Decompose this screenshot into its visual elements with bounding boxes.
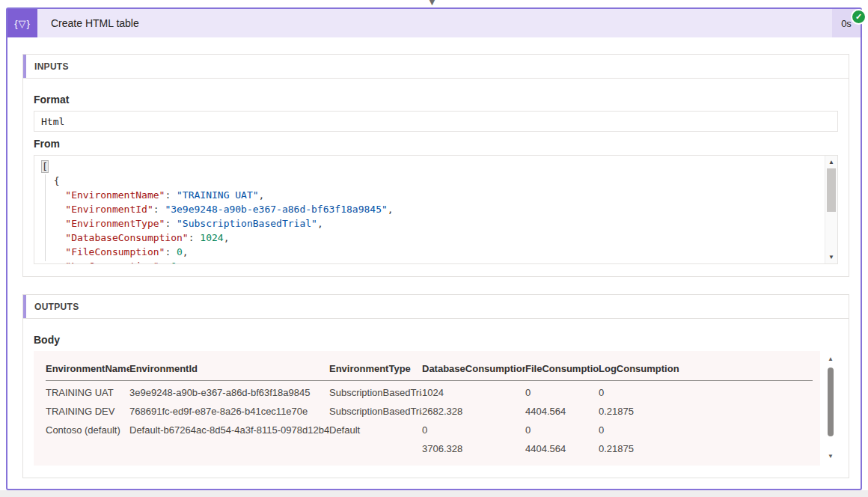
code-token: : xyxy=(189,232,201,243)
code-token: : xyxy=(153,204,165,215)
action-header[interactable]: {▽} Create HTML table 0s xyxy=(7,9,861,37)
outputs-section-body: Body EnvironmentNameEnvironmentIdEnviron… xyxy=(23,319,849,478)
scrollbar-up-icon[interactable]: ▲ xyxy=(825,356,837,362)
table-cell: 0 xyxy=(525,381,599,403)
code-token: : xyxy=(165,189,177,201)
page-background-strip xyxy=(0,490,868,497)
code-line: "LogConsumption": 0 xyxy=(42,259,819,264)
table-cell: 3706.328 xyxy=(422,439,525,458)
code-token: "DatabaseConsumption" xyxy=(65,232,188,243)
code-token: "FileConsumption" xyxy=(65,246,165,257)
code-line: "EnvironmentName": "TRAINING UAT", xyxy=(42,188,819,202)
code-token: "EnvironmentId" xyxy=(65,204,153,215)
outputs-section-header: OUTPUTS xyxy=(23,295,849,319)
inputs-section-header: INPUTS xyxy=(23,55,849,79)
table-cell: 4404.564 xyxy=(525,439,599,458)
code-token: : xyxy=(165,218,177,229)
table-cell: Contoso (default) xyxy=(46,421,129,439)
scrollbar-thumb[interactable] xyxy=(828,368,834,436)
scrollbar-thumb[interactable] xyxy=(827,168,836,212)
table-cell: SubscriptionBasedTrial xyxy=(329,402,422,421)
table-cell: 1024 xyxy=(422,381,525,403)
output-table-wrap: EnvironmentNameEnvironmentIdEnvironmentT… xyxy=(34,351,838,466)
from-code-lines: [ { "EnvironmentName": "TRAINING UAT", "… xyxy=(34,156,837,264)
table-cell: TRAINING DEV xyxy=(46,402,129,421)
code-line: "EnvironmentId": "3e9e9248-a90b-e367-a86… xyxy=(42,202,819,216)
table-cell: 0.21875 xyxy=(599,402,813,421)
format-value: Html xyxy=(41,116,64,127)
table-row: 3706.3284404.5640.21875 xyxy=(46,439,813,458)
table-cell: 3e9e9248-a90b-e367-a86d-bf63f18a9845 xyxy=(129,381,329,403)
indent-guide xyxy=(45,174,46,261)
table-cell xyxy=(46,439,129,458)
code-token: : xyxy=(159,260,171,264)
section-accent-bar xyxy=(23,55,26,78)
column-header: EnvironmentName xyxy=(46,358,129,381)
outputs-section: OUTPUTS Body EnvironmentNameEnvironmentI… xyxy=(22,294,849,478)
output-table-box: EnvironmentNameEnvironmentIdEnvironmentT… xyxy=(34,351,820,466)
column-header: DatabaseConsumption xyxy=(422,358,525,381)
action-title: Create HTML table xyxy=(37,9,832,37)
action-card: {▽} Create HTML table 0s INPUTS Format H… xyxy=(6,7,862,490)
success-check-icon: ✓ xyxy=(851,9,867,25)
from-field-label: From xyxy=(34,138,838,150)
flow-connector-arrow-icon: ▼ xyxy=(427,0,438,7)
scrollbar-up-icon[interactable]: ▲ xyxy=(825,156,837,168)
table-row: Contoso (default)Default-b67264ac-8d54-4… xyxy=(46,421,813,439)
outputs-section-label: OUTPUTS xyxy=(34,302,79,312)
code-token: , xyxy=(259,189,265,201)
code-token: [ xyxy=(42,161,48,172)
code-line: [ xyxy=(42,159,819,174)
scrollbar-down-icon[interactable]: ▼ xyxy=(825,453,837,460)
table-cell xyxy=(329,439,422,458)
table-cell: 0 xyxy=(525,421,599,439)
from-scrollbar[interactable]: ▲ ▼ xyxy=(825,156,837,263)
data-operations-icon: {▽} xyxy=(7,9,37,37)
table-header-row: EnvironmentNameEnvironmentIdEnvironmentT… xyxy=(46,358,813,381)
format-value-field: Html xyxy=(34,111,838,132)
table-row: TRAINING DEV768691fc-ed9f-e87e-8a26-b41c… xyxy=(46,402,813,421)
table-cell xyxy=(129,439,329,458)
body-field-label: Body xyxy=(34,334,838,346)
table-cell: 0 xyxy=(599,421,813,439)
section-accent-bar xyxy=(23,295,26,318)
output-table-body: TRAINING UAT3e9e9248-a90b-e367-a86d-bf63… xyxy=(46,381,813,459)
table-cell: SubscriptionBasedTrial xyxy=(329,381,422,403)
output-scrollbar[interactable]: ▲ ▼ xyxy=(825,356,837,460)
output-html-table: EnvironmentNameEnvironmentIdEnvironmentT… xyxy=(46,358,813,458)
code-line: "EnvironmentType": "SubscriptionBasedTri… xyxy=(42,216,819,231)
code-token: , xyxy=(317,218,323,229)
table-cell: Default xyxy=(329,421,422,439)
table-cell: 4404.564 xyxy=(525,402,599,421)
code-line: "DatabaseConsumption": 1024, xyxy=(42,231,819,245)
table-cell: 0 xyxy=(599,381,813,403)
code-token: 1024 xyxy=(200,232,223,243)
code-token: "EnvironmentType" xyxy=(65,218,165,229)
code-token: "SubscriptionBasedTrial" xyxy=(177,218,317,229)
table-cell: TRAINING UAT xyxy=(46,381,129,403)
scrollbar-down-icon[interactable]: ▼ xyxy=(825,251,837,263)
inputs-section-body: Format Html From [ { "EnvironmentName": … xyxy=(23,79,849,276)
code-line: { xyxy=(42,174,819,188)
action-details: INPUTS Format Html From [ { "Environment… xyxy=(7,37,861,478)
table-cell: 0.21875 xyxy=(599,439,813,458)
column-header: EnvironmentType xyxy=(329,358,422,381)
code-token: "3e9e9248-a90b-e367-a86d-bf63f18a9845" xyxy=(165,204,387,215)
column-header: EnvironmentId xyxy=(129,358,329,381)
table-cell: 0 xyxy=(422,421,525,439)
code-token: , xyxy=(183,246,189,257)
code-token: , xyxy=(388,204,394,215)
table-cell: 768691fc-ed9f-e87e-8a26-b41cec11e70e xyxy=(129,402,329,421)
inputs-section: INPUTS Format Html From [ { "Environment… xyxy=(22,54,849,277)
column-header: LogConsumption xyxy=(599,358,813,381)
code-line: "FileConsumption": 0, xyxy=(42,245,819,259)
from-code-editor: [ { "EnvironmentName": "TRAINING UAT", "… xyxy=(34,155,838,264)
code-token: 0 xyxy=(177,246,183,257)
code-token: "LogConsumption" xyxy=(65,260,159,264)
table-cell: 2682.328 xyxy=(422,402,525,421)
format-field-label: Format xyxy=(34,94,838,106)
code-token: "TRAINING UAT" xyxy=(177,189,259,201)
inputs-section-label: INPUTS xyxy=(34,61,69,72)
table-row: TRAINING UAT3e9e9248-a90b-e367-a86d-bf63… xyxy=(46,381,813,403)
code-token: 0 xyxy=(171,260,177,264)
